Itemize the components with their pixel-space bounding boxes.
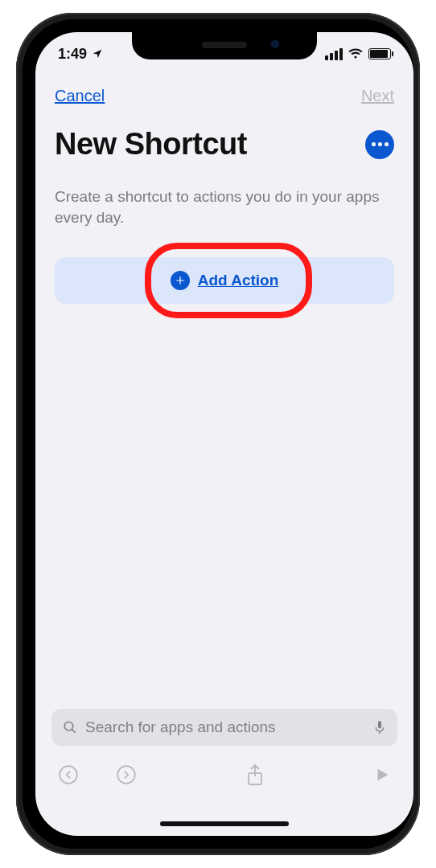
svg-point-0 bbox=[64, 722, 73, 731]
magnifying-glass-icon bbox=[63, 720, 77, 735]
add-action-label: Add Action bbox=[198, 272, 279, 289]
search-placeholder: Search for apps and actions bbox=[85, 719, 365, 736]
subtitle-text: Create a shortcut to actions you do in y… bbox=[55, 186, 394, 227]
cancel-button[interactable]: Cancel bbox=[55, 87, 105, 105]
notch bbox=[132, 32, 317, 59]
svg-line-1 bbox=[72, 729, 76, 733]
cell-signal-icon bbox=[325, 48, 343, 60]
more-button[interactable] bbox=[365, 130, 394, 159]
mic-icon[interactable] bbox=[373, 719, 386, 735]
battery-icon bbox=[368, 48, 391, 59]
screen: 1:49 Cancel Next bbox=[35, 32, 413, 836]
nav-bar: Cancel Next bbox=[35, 87, 413, 105]
page-title: New Shortcut bbox=[55, 127, 247, 162]
next-button[interactable]: Next bbox=[361, 87, 394, 105]
add-action-button[interactable]: Add Action bbox=[55, 257, 394, 304]
wifi-icon bbox=[348, 46, 364, 63]
run-button[interactable] bbox=[373, 766, 391, 784]
status-time: 1:49 bbox=[58, 46, 87, 63]
bottom-toolbar bbox=[35, 755, 413, 794]
search-field[interactable]: Search for apps and actions bbox=[51, 709, 397, 746]
svg-point-3 bbox=[60, 766, 77, 784]
svg-rect-2 bbox=[378, 721, 381, 728]
undo-button[interactable] bbox=[58, 764, 79, 785]
home-indicator[interactable] bbox=[160, 821, 289, 826]
plus-icon bbox=[171, 271, 190, 290]
ellipsis-icon bbox=[372, 142, 376, 146]
redo-button[interactable] bbox=[116, 764, 137, 785]
svg-point-4 bbox=[117, 766, 135, 784]
location-icon bbox=[92, 48, 103, 59]
phone-frame: 1:49 Cancel Next bbox=[16, 13, 420, 855]
share-button[interactable] bbox=[245, 764, 265, 786]
